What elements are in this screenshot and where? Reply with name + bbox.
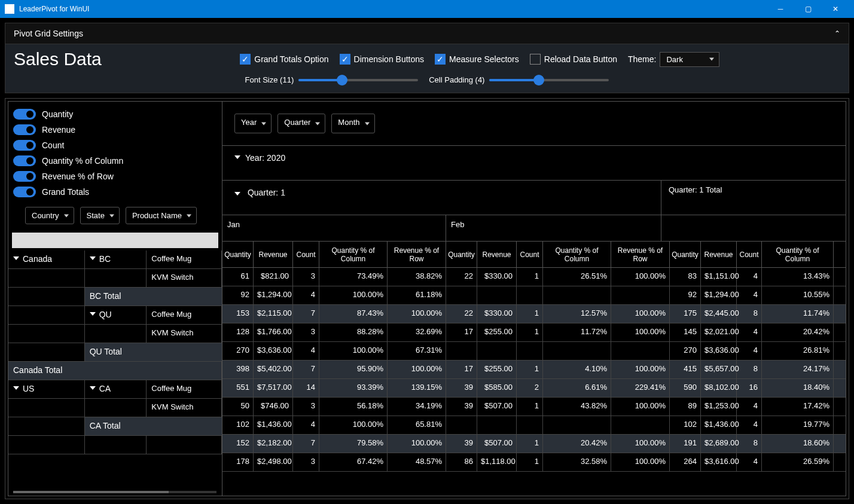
chevron-down-icon[interactable] — [90, 312, 96, 316]
month-header-feb: Feb — [446, 215, 661, 241]
data-cell: 100.00% — [319, 286, 388, 304]
data-cell: 67.31% — [388, 342, 446, 360]
data-cell: $585.00 — [477, 379, 517, 397]
data-cell: 100.00% — [611, 398, 670, 416]
col-dimension-button[interactable]: Quarter — [277, 114, 325, 133]
row-header: QUCoffee Mug — [8, 306, 222, 325]
maximize-button[interactable]: ▢ — [794, 0, 822, 18]
data-cell: 39 — [446, 435, 477, 453]
state-total-label: QU Total — [85, 343, 222, 361]
reload-data-checkbox[interactable]: Reload Data Button — [530, 54, 617, 65]
data-cell: 145 — [670, 323, 701, 341]
toggle-icon — [13, 140, 36, 151]
chevron-down-icon[interactable] — [13, 386, 19, 390]
data-cell: $507.00 — [477, 398, 517, 416]
measure-selectors-checkbox[interactable]: ✓ Measure Selectors — [435, 54, 519, 65]
data-cell: $746.00 — [254, 398, 293, 416]
product-label: Coffee Mug — [147, 306, 222, 324]
data-cell: 178 — [222, 453, 254, 471]
data-cell: 100.00% — [611, 305, 670, 323]
minimize-button[interactable]: ─ — [767, 0, 794, 18]
data-cell: 4 — [737, 323, 762, 341]
data-cell: 100.00% — [319, 342, 388, 360]
data-cell: $3,636.00 — [701, 342, 737, 360]
reload-data-label: Reload Data Button — [544, 54, 617, 64]
data-cell: $821.00 — [254, 268, 293, 286]
col-dimension-button[interactable]: Month — [331, 114, 374, 133]
row-dimension-button[interactable]: Product Name — [126, 207, 197, 224]
measure-label: Grand Totals — [42, 187, 89, 197]
data-cell — [611, 342, 670, 360]
year-header[interactable]: Year: 2020 — [222, 146, 846, 181]
data-cell: 100.00% — [611, 323, 670, 341]
data-cell: 4 — [737, 342, 762, 360]
pivot-grid: QuantityRevenueCountQuantity % of Column… — [5, 98, 849, 499]
data-cell: 11.72% — [543, 323, 611, 341]
product-label: KVM Switch — [147, 269, 222, 287]
col-dimension-button[interactable]: Year — [234, 114, 272, 133]
data-cell: 102 — [222, 416, 254, 434]
row-dimension-button[interactable]: State — [80, 207, 120, 224]
row-header: KVM Switch — [8, 399, 222, 417]
data-cell: 7 — [293, 361, 319, 378]
data-cell: 4 — [293, 286, 319, 304]
column-header: Revenue % of Row — [611, 242, 670, 267]
data-cell: 7 — [293, 435, 319, 453]
toggle-icon — [13, 187, 36, 197]
data-cell: 8 — [737, 305, 762, 323]
data-cell: $2,021.00 — [701, 323, 737, 341]
data-cell: 4 — [737, 268, 762, 286]
quarter-total-label: Quarter: 1 Total — [669, 185, 722, 194]
product-label: Coffee Mug — [147, 251, 222, 268]
settings-expander-header[interactable]: Pivot Grid Settings ⌃ — [5, 23, 849, 44]
slider-thumb-icon — [533, 75, 544, 85]
column-header: Revenue — [477, 242, 517, 267]
data-cell: $1,436.00 — [701, 416, 737, 434]
chevron-down-icon — [234, 155, 240, 159]
data-cell: 12.57% — [543, 305, 611, 323]
close-button[interactable]: ✕ — [822, 0, 849, 18]
data-cell: $1,294.00 — [254, 286, 293, 304]
measure-toggle[interactable]: Revenue % of Row — [13, 171, 217, 182]
data-cell: 43.82% — [543, 398, 611, 416]
data-cell: 1 — [517, 453, 543, 471]
table-row: 152$2,182.00779.58%100.00%39$507.00120.4… — [222, 435, 846, 453]
search-input[interactable] — [12, 233, 218, 248]
grand-totals-checkbox[interactable]: ✓ Grand Totals Option — [240, 54, 328, 65]
data-cell: 39 — [446, 398, 477, 416]
dimension-buttons-checkbox[interactable]: ✓ Dimension Buttons — [340, 54, 425, 65]
data-cell — [543, 286, 611, 304]
quarter-header-label: Quarter: 1 — [248, 188, 285, 197]
font-size-label: Font Size (11) — [245, 75, 294, 84]
measure-toggle[interactable]: Revenue — [13, 124, 217, 135]
data-cell: 100.00% — [319, 416, 388, 434]
theme-dropdown[interactable]: Dark — [660, 52, 719, 67]
font-size-slider[interactable] — [298, 79, 418, 81]
column-header: Quantity — [222, 242, 254, 267]
table-row: 61$821.00373.49%38.82%22$330.00126.51%10… — [222, 268, 846, 286]
right-panel: YearQuarterMonth Year: 2020 Quarter: 1 Q… — [222, 102, 846, 496]
data-cell: 1 — [517, 323, 543, 341]
measure-toggle[interactable]: Quantity % of Column — [13, 155, 217, 166]
data-cell: 1 — [517, 435, 543, 453]
measure-toggle[interactable]: Grand Totals — [13, 187, 217, 197]
data-cell — [477, 342, 517, 360]
data-cell: 153 — [222, 305, 254, 323]
data-cell: 398 — [222, 361, 254, 378]
horizontal-scrollbar[interactable] — [13, 491, 216, 493]
measure-toggle[interactable]: Count — [13, 140, 217, 151]
check-icon: ✓ — [240, 54, 251, 65]
chevron-down-icon[interactable] — [13, 256, 19, 260]
quarter-header[interactable]: Quarter: 1 — [222, 181, 661, 215]
data-cell: 139.15% — [388, 379, 446, 397]
measure-toggle[interactable]: Quantity — [13, 109, 217, 120]
cell-padding-slider[interactable] — [489, 79, 609, 81]
chevron-down-icon[interactable] — [90, 386, 96, 390]
settings-header-label: Pivot Grid Settings — [14, 29, 83, 38]
measure-label: Quantity — [42, 109, 73, 119]
row-dimension-button[interactable]: Country — [25, 207, 74, 224]
chevron-down-icon[interactable] — [90, 256, 96, 260]
product-label: Coffee Mug — [147, 380, 222, 398]
data-cell: 10.55% — [762, 286, 834, 304]
data-cell: 88.28% — [319, 323, 388, 341]
